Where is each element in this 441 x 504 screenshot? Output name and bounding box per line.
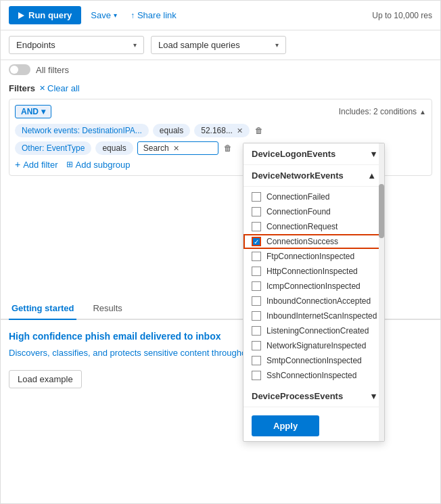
dropdowns-row: Endpoints ▾ Load sample queries ▾ [1, 30, 440, 60]
filter-operator-2[interactable]: equals [95, 141, 133, 155]
filter-field-2[interactable]: Other: EventType [15, 141, 91, 155]
checkbox-connectionrequest[interactable] [252, 222, 261, 231]
sample-queries-chevron-icon: ▾ [275, 41, 279, 49]
network-event-item[interactable]: NetworkSignatureInspected [243, 338, 384, 353]
scrollbar-track[interactable] [379, 143, 384, 441]
endpoints-label: Endpoints [16, 40, 55, 50]
network-event-item[interactable]: SmtpConnectionInspected [243, 353, 384, 368]
checkbox-label: ConnectionRequest [266, 222, 338, 231]
section-devicenetwork-chevron: ▲ [367, 170, 376, 181]
checkbox-label: ConnectionSuccess [266, 237, 338, 246]
checkbox-httpconnectioninspected[interactable] [252, 267, 261, 276]
share-icon: ↑ [131, 11, 135, 20]
checkbox-networksignatureinspected[interactable] [252, 341, 261, 350]
scrollbar-thumb[interactable] [379, 184, 384, 238]
add-subgroup-icon: ⊞ [66, 160, 73, 169]
network-event-item[interactable]: ConnectionRequest [243, 219, 384, 234]
event-type-dropdown-overlay: DeviceLogonEvents ▾ DeviceNetworkEvents … [243, 143, 385, 442]
checkbox-inboundinternetscaninspected[interactable] [252, 311, 261, 321]
network-event-item[interactable]: SshConnectionInspected [243, 368, 384, 383]
play-icon [18, 12, 24, 19]
all-filters-toggle[interactable] [9, 64, 30, 75]
checkbox-label: NetworkSignatureInspected [266, 341, 366, 350]
filter-value-1: 52.168... ✕ [194, 124, 250, 137]
checkbox-ftpconnectioninspected[interactable] [252, 252, 261, 261]
add-subgroup-button[interactable]: ⊞ Add subgroup [66, 160, 131, 170]
filter-delete-2[interactable]: 🗑 [224, 143, 232, 153]
add-filter-label: Add filter [23, 160, 57, 170]
filter-operator-1[interactable]: equals [153, 124, 190, 137]
includes-chevron-icon: ▲ [419, 108, 426, 116]
network-event-item[interactable]: InboundInternetScanInspected [243, 308, 384, 323]
sample-queries-dropdown[interactable]: Load sample queries ▾ [151, 36, 286, 54]
network-event-item[interactable]: IcmpConnectionInspected [243, 279, 384, 294]
checkbox-connectionfailed[interactable] [252, 192, 261, 202]
clear-all-button[interactable]: ✕ Clear all [39, 83, 80, 93]
section-deviceprocess[interactable]: DeviceProcessEvents ▾ [243, 386, 384, 407]
checkbox-label: SshConnectionInspected [266, 371, 356, 380]
filter-clear-2[interactable]: ✕ [173, 144, 179, 153]
section-devicenetwork[interactable]: DeviceNetworkEvents ▲ [243, 165, 384, 187]
run-query-button[interactable]: Run query [9, 6, 81, 24]
save-button[interactable]: Save ▾ [87, 7, 121, 23]
section-devicenetwork-label: DeviceNetworkEvents [252, 170, 344, 181]
section-devicelogon[interactable]: DeviceLogonEvents ▾ [243, 143, 384, 165]
checkbox-label: InboundInternetScanInspected [266, 311, 377, 321]
share-button[interactable]: ↑ Share link [126, 7, 181, 23]
checkbox-connectionfound[interactable] [252, 207, 261, 216]
tab-results[interactable]: Results [90, 298, 124, 320]
share-label: Share link [137, 10, 177, 20]
filters-toggle-row: All filters [1, 60, 440, 79]
checkbox-label: ListeningConnectionCreated [266, 326, 369, 336]
filter-group-header: AND ▾ Includes: 2 conditions ▲ [15, 105, 426, 118]
network-event-item[interactable]: FtpConnectionInspected [243, 249, 384, 264]
network-event-item[interactable]: ConnectionSuccess [243, 234, 384, 249]
plus-icon: + [15, 159, 20, 170]
checkbox-smtpconnectioninspected[interactable] [252, 356, 261, 365]
add-filter-button[interactable]: + Add filter [15, 159, 58, 170]
filter-value-text-1: 52.168... [201, 126, 233, 135]
and-badge-button[interactable]: AND ▾ [15, 105, 51, 118]
all-filters-label: All filters [36, 65, 69, 75]
filter-clear-1[interactable]: ✕ [237, 127, 243, 135]
filter-value-text-2: Search [143, 143, 169, 153]
checkbox-label: InboundConnectionAccepted [266, 296, 371, 306]
checkbox-label: FtpConnectionInspected [266, 252, 354, 261]
checkbox-label: ConnectionFailed [266, 192, 329, 202]
apply-button[interactable]: Apply [252, 415, 319, 436]
checkbox-listeningconnectioncreated[interactable] [252, 326, 261, 336]
section-devicelogon-label: DeviceLogonEvents [252, 149, 335, 159]
save-chevron-icon: ▾ [114, 12, 117, 19]
checkbox-inboundconnectionaccepted[interactable] [252, 296, 261, 306]
network-event-item[interactable]: ConnectionFailed [243, 189, 384, 204]
network-event-item[interactable]: HttpConnectionInspected [243, 264, 384, 279]
save-label: Save [91, 10, 111, 20]
network-event-item[interactable]: ConnectionFound [243, 204, 384, 219]
checkbox-label: SmtpConnectionInspected [266, 356, 362, 365]
checkbox-label: ConnectionFound [266, 207, 331, 216]
section-deviceprocess-label: DeviceProcessEvents [252, 391, 343, 401]
and-chevron-icon: ▾ [41, 107, 45, 116]
filters-header: Filters ✕ Clear all [9, 83, 432, 93]
section-devicelogon-chevron: ▾ [371, 149, 376, 159]
endpoints-chevron-icon: ▾ [133, 41, 137, 49]
network-events-items: ConnectionFailedConnectionFoundConnectio… [243, 187, 384, 386]
load-example-button[interactable]: Load example [9, 370, 82, 388]
add-subgroup-label: Add subgroup [76, 160, 131, 170]
sample-queries-label: Load sample queries [158, 40, 240, 50]
endpoints-dropdown[interactable]: Endpoints ▾ [9, 36, 144, 54]
run-query-label: Run query [28, 10, 72, 20]
includes-info: Includes: 2 conditions ▲ [339, 107, 426, 116]
checkbox-icmpconnectioninspected[interactable] [252, 281, 261, 291]
filter-field-1[interactable]: Network events: DestinationIPA... [15, 124, 149, 137]
network-event-item[interactable]: InboundConnectionAccepted [243, 294, 384, 308]
section-deviceprocess-chevron: ▾ [371, 391, 376, 401]
filter-value-input-2[interactable]: Search ✕ [137, 141, 218, 155]
tab-getting-started[interactable]: Getting started [9, 298, 76, 320]
filter-delete-1[interactable]: 🗑 [255, 126, 263, 135]
checkbox-sshconnectioninspected[interactable] [252, 371, 261, 380]
checkbox-connectionsuccess[interactable] [252, 237, 261, 246]
includes-label: Includes: 2 conditions [339, 107, 417, 116]
results-info: Up to 10,000 res [372, 11, 432, 20]
network-event-item[interactable]: ListeningConnectionCreated [243, 323, 384, 338]
